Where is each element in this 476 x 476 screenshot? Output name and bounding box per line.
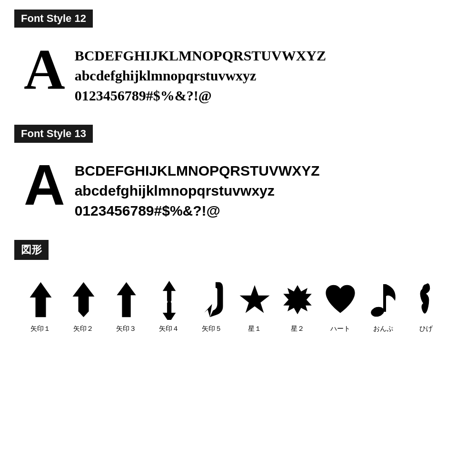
svg-marker-0 — [30, 282, 51, 317]
shape-arrow3: 矢印３ — [105, 278, 148, 333]
font-style-13-demo: A BCDEFGHIJKLMNOPQRSTUVWXYZ abcdefghijkl… — [14, 151, 462, 226]
shape-star1: 星１ — [233, 278, 276, 333]
shapes-header: 図形 — [14, 240, 49, 260]
music-label: おんぷ — [373, 325, 393, 333]
shape-arrow4: 矢印４ — [148, 278, 190, 333]
page: Font Style 12 A BCDEFGHIJKLMNOPQRSTUVWXY… — [0, 0, 476, 362]
arrow4-icon — [152, 278, 186, 321]
shapes-grid: 矢印１ 矢印２ 矢印３ — [14, 268, 462, 338]
music-icon — [367, 278, 400, 321]
star1-label: 星１ — [248, 325, 261, 333]
font-style-13-section: Font Style 13 A BCDEFGHIJKLMNOPQRSTUVWXY… — [14, 125, 462, 226]
font-style-13-line-1: BCDEFGHIJKLMNOPQRSTUVWXYZ — [75, 161, 320, 181]
arrow3-label: 矢印３ — [116, 325, 136, 333]
shapes-section: 図形 矢印１ 矢印２ — [14, 240, 462, 338]
shape-star2: 星２ — [276, 278, 319, 333]
star1-icon — [238, 278, 271, 321]
star2-label: 星２ — [291, 325, 304, 333]
font-style-12-section: Font Style 12 A BCDEFGHIJKLMNOPQRSTUVWXY… — [14, 10, 462, 110]
font-style-12-header: Font Style 12 — [14, 10, 93, 28]
shape-mustache: ひげ — [405, 278, 447, 333]
font-style-12-line-3: 0123456789#$%&?!@ — [75, 86, 326, 106]
font-style-12-char-lines: BCDEFGHIJKLMNOPQRSTUVWXYZ abcdefghijklmn… — [75, 41, 326, 106]
shape-heart: ハート — [319, 278, 362, 333]
heart-icon — [324, 278, 357, 321]
arrow5-label: 矢印５ — [202, 325, 222, 333]
font-style-13-char-lines: BCDEFGHIJKLMNOPQRSTUVWXYZ abcdefghijklmn… — [75, 156, 320, 221]
svg-point-11 — [370, 305, 385, 318]
svg-marker-2 — [117, 282, 136, 317]
font-style-13-line-2: abcdefghijklmnopqrstuvwxyz — [75, 181, 320, 201]
font-style-13-big-letter: A — [24, 156, 65, 213]
arrow1-icon — [24, 278, 57, 321]
svg-rect-12 — [383, 284, 386, 312]
svg-marker-8 — [240, 285, 270, 313]
mustache-label: ひげ — [419, 325, 433, 333]
svg-marker-3 — [162, 281, 176, 301]
shape-music: おんぷ — [362, 278, 405, 333]
shape-arrow1: 矢印１ — [19, 278, 62, 333]
svg-marker-1 — [72, 282, 94, 317]
font-style-12-big-letter: A — [24, 41, 65, 98]
shape-arrow5: 矢印５ — [190, 278, 233, 333]
arrow1-label: 矢印１ — [30, 325, 50, 333]
star2-icon — [281, 278, 314, 321]
mustache-icon — [409, 278, 443, 321]
font-style-13-line-3: 0123456789#$%&?!@ — [75, 201, 320, 221]
arrow2-label: 矢印２ — [73, 325, 93, 333]
arrow5-icon — [195, 278, 228, 321]
font-style-12-demo: A BCDEFGHIJKLMNOPQRSTUVWXYZ abcdefghijkl… — [14, 36, 462, 110]
shape-arrow2: 矢印２ — [62, 278, 105, 333]
arrow3-icon — [109, 278, 143, 321]
font-style-12-line-1: BCDEFGHIJKLMNOPQRSTUVWXYZ — [75, 46, 326, 66]
arrow2-icon — [67, 278, 100, 321]
arrow4-label: 矢印４ — [159, 325, 179, 333]
font-style-12-line-2: abcdefghijklmnopqrstuvwxyz — [75, 66, 326, 86]
heart-label: ハート — [330, 325, 350, 333]
font-style-13-header: Font Style 13 — [14, 125, 93, 143]
